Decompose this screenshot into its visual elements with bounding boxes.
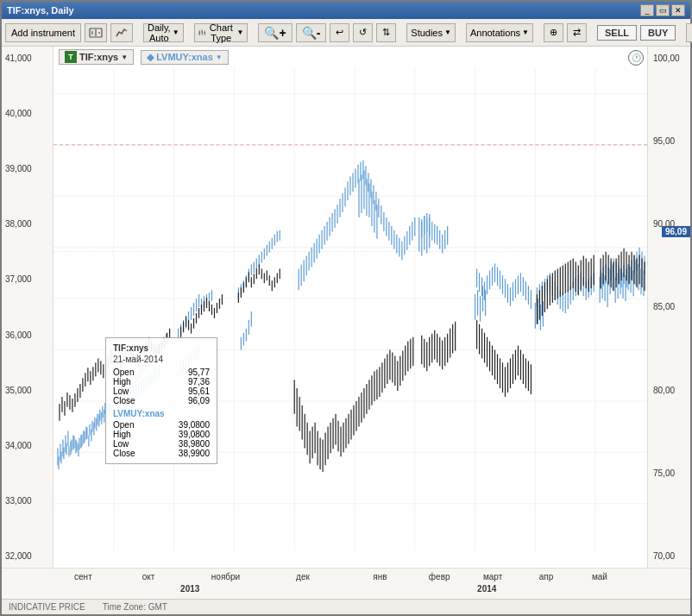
tooltip-row-low2: Low 38,9800 xyxy=(113,439,210,449)
y-label-8: 33,000 xyxy=(5,496,49,506)
chart-type-icon xyxy=(198,27,205,39)
timezone: Time Zone: GMT xyxy=(103,602,167,612)
x-axis-inner: сент окт ноябри дек 2013 янв февр март а… xyxy=(53,572,647,600)
y-right-0: 100,00 xyxy=(650,53,689,63)
symbol1-icon: T xyxy=(65,51,77,63)
tooltip-open-value2: 39,0800 xyxy=(179,420,210,430)
x-feb: февр xyxy=(429,572,450,581)
tooltip-open-label: Open xyxy=(113,368,134,377)
x-apr: апр xyxy=(539,572,554,581)
status-bar: INDICATIVE PRICE Time Zone: GMT xyxy=(2,599,690,614)
tooltip-low-value2: 38,9800 xyxy=(179,439,210,449)
toolbar: Add instrument Daily, Auto ▼ Chart Type … xyxy=(2,19,690,47)
main-window: TIF:xnys, Daily _ ▭ ✕ Add instrument Dai… xyxy=(0,0,692,616)
tooltip-close-value1: 96,09 xyxy=(188,396,210,405)
symbol-tag-2[interactable]: ◆ LVMUY:xnas ▼ xyxy=(141,50,229,65)
chart-type-chevron: ▼ xyxy=(237,28,244,36)
chart-icon xyxy=(115,26,129,40)
tooltip-low-label2: Low xyxy=(113,439,129,449)
symbol1-chevron: ▼ xyxy=(121,53,128,61)
window-title: TIF:xnys, Daily xyxy=(7,5,74,16)
y-label-4: 37,000 xyxy=(5,274,49,284)
clock-icon: 🕐 xyxy=(628,50,644,66)
tooltip-high-label: High xyxy=(113,377,131,387)
x-sept: сент xyxy=(74,572,92,581)
add-instrument-label: Add instrument xyxy=(11,28,75,38)
studies-chevron: ▼ xyxy=(444,28,451,36)
zoom-in-button[interactable]: 🔍+ xyxy=(258,23,292,42)
tooltip-symbol2: LVMUY:xnas xyxy=(113,409,210,418)
x-oct: окт xyxy=(142,572,155,581)
y-label-3: 38,000 xyxy=(5,219,49,229)
x-may: май xyxy=(592,572,607,581)
period-chevron: ▼ xyxy=(173,28,179,36)
compare2-button[interactable]: ⇄ xyxy=(567,23,587,42)
main-chart[interactable]: T TIF:xnys ▼ ◆ LVMUY:xnas ▼ 🕐 xyxy=(53,47,647,568)
add-instrument-button[interactable]: Add instrument xyxy=(5,23,81,42)
annotations-dropdown[interactable]: Annotations ▼ xyxy=(466,23,533,42)
y-right-5: 75,00 xyxy=(650,468,689,478)
studies-dropdown[interactable]: Studies ▼ xyxy=(406,23,456,42)
scroll-button[interactable]: ↩ xyxy=(330,23,349,42)
y-right-1: 95,00 xyxy=(650,136,689,146)
y-label-7: 34,000 xyxy=(5,441,49,450)
tooltip-close-value2: 38,9900 xyxy=(179,449,210,458)
x-year-2013: 2013 xyxy=(180,584,199,594)
y-label-5: 36,000 xyxy=(5,330,49,340)
chart-area: 41,000 40,000 39,000 38,000 37,000 36,00… xyxy=(2,47,690,568)
tooltip: TIF:xnys 21-май-2014 Open 95,77 High 97,… xyxy=(105,337,217,464)
period-label: Daily, Auto xyxy=(148,22,171,43)
window-controls: _ ▭ ✕ xyxy=(640,4,685,16)
tooltip-row-close1: Close 96,09 xyxy=(113,396,210,405)
y-label-6: 35,000 xyxy=(5,386,49,395)
reset-button[interactable]: ↺ xyxy=(353,23,373,42)
tooltip-open-label2: Open xyxy=(113,420,134,430)
tooltip-row-open2: Open 39,0800 xyxy=(113,420,210,430)
instrument-icon-button[interactable] xyxy=(85,23,107,42)
compare-button[interactable]: ⇅ xyxy=(376,23,396,42)
chart-svg xyxy=(53,47,647,568)
crosshair-button[interactable]: ⊕ xyxy=(544,23,563,42)
sell-button[interactable]: SELL xyxy=(597,25,637,41)
x-nov: ноябри xyxy=(211,572,240,581)
tooltip-high-label2: High xyxy=(113,430,131,439)
symbol1-label: TIF:xnys xyxy=(79,52,118,62)
period-dropdown[interactable]: Daily, Auto ▼ xyxy=(143,23,184,42)
x-jan: янв xyxy=(373,572,387,581)
x-axis: сент окт ноябри дек 2013 янв февр март а… xyxy=(2,568,690,599)
y-label-9: 32,000 xyxy=(5,551,49,561)
x-mar: март xyxy=(483,572,502,581)
y-axis-left: 41,000 40,000 39,000 38,000 37,000 36,00… xyxy=(2,47,53,568)
indicative-price: INDICATIVE PRICE xyxy=(9,602,85,612)
tooltip-row-open1: Open 95,77 xyxy=(113,368,210,377)
buy-button[interactable]: BUY xyxy=(640,25,676,41)
tooltip-low-label: Low xyxy=(113,387,129,396)
y-axis-right: 96,09 100,00 95,00 90,00 85,00 80,00 75,… xyxy=(647,47,690,568)
extra-button1[interactable]: 📊 xyxy=(686,23,692,42)
restore-button[interactable]: ▭ xyxy=(656,4,670,16)
tooltip-close-label2: Close xyxy=(113,449,135,458)
minimize-button[interactable]: _ xyxy=(640,4,654,16)
chart-icon-button[interactable] xyxy=(110,23,133,42)
tooltip-high-value1: 97,36 xyxy=(188,377,210,387)
tooltip-row-close2: Close 38,9900 xyxy=(113,449,210,458)
tooltip-date: 21-май-2014 xyxy=(113,355,210,364)
y-right-3: 85,00 xyxy=(650,302,689,311)
close-button[interactable]: ✕ xyxy=(671,4,685,16)
annotations-chevron: ▼ xyxy=(522,28,529,36)
svg-rect-10 xyxy=(204,31,204,33)
svg-rect-7 xyxy=(201,30,202,33)
y-label-2: 39,000 xyxy=(5,164,49,173)
tooltip-row-high1: High 97,36 xyxy=(113,377,210,387)
zoom-out-button[interactable]: 🔍- xyxy=(296,23,327,42)
instrument-icon xyxy=(89,26,103,40)
x-year-2014: 2014 xyxy=(477,584,496,594)
y-right-4: 80,00 xyxy=(650,386,689,395)
chart-type-dropdown[interactable]: Chart Type ▼ xyxy=(194,23,248,42)
tooltip-low-value1: 95,61 xyxy=(188,387,210,396)
symbol-bar: T TIF:xnys ▼ ◆ LVMUY:xnas ▼ 🕐 xyxy=(53,47,647,67)
studies-label: Studies xyxy=(411,28,443,38)
svg-rect-4 xyxy=(198,31,199,35)
y-label-1: 40,000 xyxy=(5,109,49,118)
symbol-tag-1[interactable]: T TIF:xnys ▼ xyxy=(59,49,134,65)
